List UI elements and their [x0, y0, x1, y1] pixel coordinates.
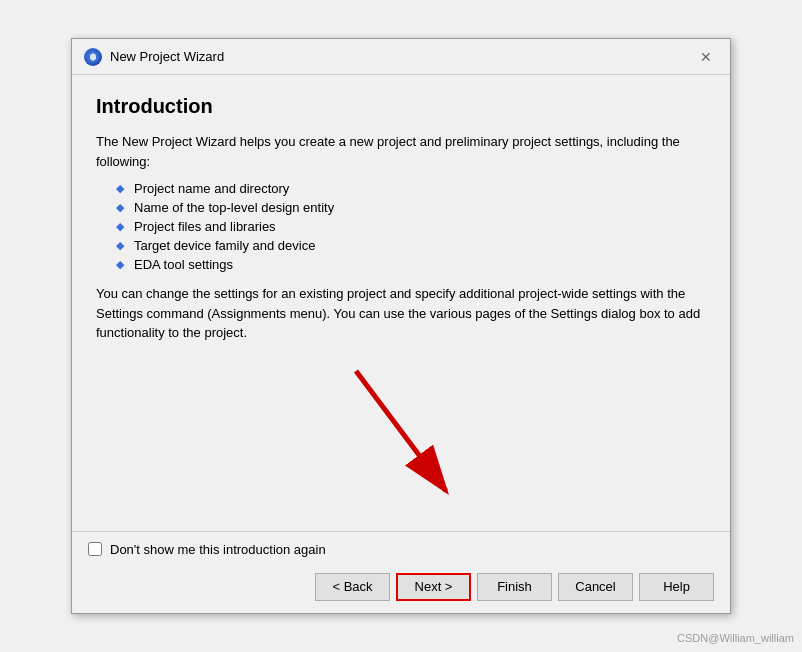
list-item: ◆ Target device family and device [96, 238, 706, 253]
dont-show-label[interactable]: Don't show me this introduction again [110, 542, 326, 557]
footer: Don't show me this introduction again < … [72, 531, 730, 613]
watermark-text: CSDN@William_william [677, 632, 794, 644]
title-bar: New Project Wizard ✕ [72, 39, 730, 75]
dialog-window: New Project Wizard ✕ Introduction The Ne… [71, 38, 731, 614]
next-button[interactable]: Next > [396, 573, 471, 601]
list-item: ◆ EDA tool settings [96, 257, 706, 272]
list-item-label: Project name and directory [134, 181, 289, 196]
dont-show-checkbox[interactable] [88, 542, 102, 556]
list-item-label: Target device family and device [134, 238, 315, 253]
close-button[interactable]: ✕ [694, 48, 718, 66]
title-bar-left: New Project Wizard [84, 48, 224, 66]
bullet-icon: ◆ [116, 201, 124, 214]
dialog-title: New Project Wizard [110, 49, 224, 64]
checkbox-row: Don't show me this introduction again [72, 532, 730, 565]
list-item-label: Name of the top-level design entity [134, 200, 334, 215]
svg-line-2 [356, 371, 446, 491]
finish-button[interactable]: Finish [477, 573, 552, 601]
bullet-icon: ◆ [116, 220, 124, 233]
bullet-icon: ◆ [116, 239, 124, 252]
content-area: Introduction The New Project Wizard help… [72, 75, 730, 531]
bullet-icon: ◆ [116, 182, 124, 195]
button-row: < Back Next > Finish Cancel Help [72, 565, 730, 613]
feature-list: ◆ Project name and directory ◆ Name of t… [96, 181, 706, 272]
settings-note: You can change the settings for an exist… [96, 284, 706, 343]
cancel-button[interactable]: Cancel [558, 573, 633, 601]
list-item: ◆ Project files and libraries [96, 219, 706, 234]
red-arrow-icon [336, 361, 466, 511]
list-item-label: EDA tool settings [134, 257, 233, 272]
help-button[interactable]: Help [639, 573, 714, 601]
arrow-area [96, 351, 706, 511]
page-heading: Introduction [96, 95, 706, 118]
intro-description: The New Project Wizard helps you create … [96, 132, 706, 171]
app-icon [84, 48, 102, 66]
list-item: ◆ Name of the top-level design entity [96, 200, 706, 215]
bullet-icon: ◆ [116, 258, 124, 271]
list-item: ◆ Project name and directory [96, 181, 706, 196]
list-item-label: Project files and libraries [134, 219, 276, 234]
back-button[interactable]: < Back [315, 573, 390, 601]
